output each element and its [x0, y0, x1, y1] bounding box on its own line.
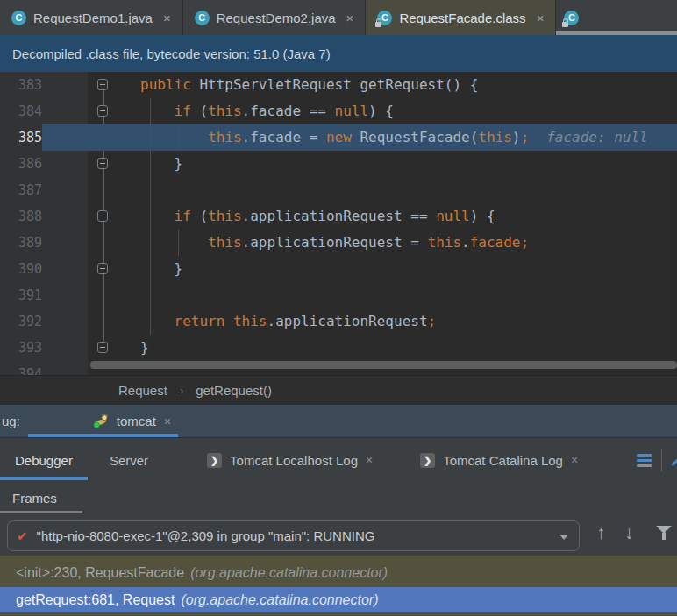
tab-frames[interactable]: Frames: [12, 491, 57, 506]
code-line-391[interactable]: 391: [0, 282, 677, 308]
thread-check-icon: ✔: [17, 528, 28, 544]
line-number[interactable]: 390: [0, 256, 42, 282]
line-number[interactable]: 387: [0, 177, 42, 203]
toolbar-divider: [661, 449, 662, 471]
tab-tomcat-catalina-log[interactable]: ❯ Tomcat Catalina Log ×: [385, 438, 587, 482]
hide-frames-filter-icon[interactable]: [656, 526, 672, 540]
code-line-387[interactable]: 387: [0, 177, 677, 203]
layout-menu-icon[interactable]: [637, 454, 652, 467]
code-text: return this.applicationRequest;: [114, 308, 677, 335]
code-text: }: [114, 151, 677, 177]
tab-tomcat-localhost-log[interactable]: ❯ Tomcat Localhost Log ×: [170, 438, 385, 482]
line-number[interactable]: 394: [0, 361, 42, 375]
tab-label: RequestDemo2.java: [217, 11, 336, 25]
frames-panel-header: Frames: [0, 482, 677, 517]
stack-frame[interactable]: <init>:230, RequestFacade(org.apache.cat…: [0, 559, 677, 587]
line-number[interactable]: 388: [0, 203, 42, 230]
tab-label: Server: [110, 453, 148, 468]
breadcrumb-class[interactable]: Request: [118, 383, 167, 398]
fold-end-icon[interactable]: [97, 342, 108, 353]
line-number[interactable]: 386: [0, 151, 42, 177]
chevron-right-icon: ›: [180, 384, 183, 397]
lock-icon: [375, 22, 381, 27]
debug-session-tab-tomcat[interactable]: tomcat ×: [92, 405, 171, 437]
line-number[interactable]: 389: [0, 230, 42, 256]
debug-session-bar: ug: tomcat ×: [0, 405, 677, 437]
tab-server[interactable]: Server: [88, 438, 170, 482]
fold-start-icon[interactable]: [97, 79, 108, 90]
fold-column: [42, 203, 114, 230]
next-frame-button[interactable]: ↓: [624, 522, 634, 543]
code-text: if (this.applicationRequest == null) {: [114, 203, 677, 230]
close-icon[interactable]: ×: [366, 453, 373, 467]
code-text: this.applicationRequest = this.facade;: [114, 230, 677, 256]
java-class-locked-icon: C: [377, 11, 392, 25]
fold-column: [42, 308, 114, 335]
tab-label: Tomcat Catalina Log: [443, 453, 563, 468]
line-number[interactable]: 383: [0, 72, 42, 98]
line-number[interactable]: 384: [0, 98, 42, 124]
lock-icon: [562, 22, 568, 27]
close-icon[interactable]: ×: [346, 11, 354, 25]
code-line-389[interactable]: 389 this.applicationRequest = this.facad…: [0, 230, 677, 256]
console-icon: ❯: [207, 453, 222, 468]
fold-end-icon[interactable]: [97, 263, 108, 274]
fold-column: [42, 256, 114, 282]
code-line-390[interactable]: 390 }: [0, 256, 677, 282]
tab-label: RequestDemo1.java: [33, 11, 153, 25]
frames-toolbar: ✔ "http-nio-8080-exec-1"@2,309 in group …: [0, 517, 677, 556]
line-number[interactable]: 393: [0, 335, 42, 361]
fold-start-icon[interactable]: [97, 210, 108, 222]
fold-column: [42, 98, 114, 124]
tab-requestdemo2[interactable]: C RequestDemo2.java ×: [183, 0, 367, 35]
close-icon[interactable]: ×: [163, 11, 171, 25]
previous-frame-button[interactable]: ↑: [596, 522, 606, 543]
tab-requestfacade-active[interactable]: C RequestFacade.class ×: [366, 0, 556, 35]
java-class-icon: C: [195, 11, 210, 25]
frames-tab-underline: [0, 511, 82, 513]
stack-frame[interactable]: getRequest:681, Request(org.apache.catal…: [0, 587, 677, 612]
code-line-392[interactable]: 392 return this.applicationRequest;: [0, 308, 677, 335]
line-number[interactable]: 392: [0, 308, 42, 335]
code-line-385[interactable]: 385 this.facade = new RequestFacade(this…: [0, 124, 677, 151]
code-text: }: [114, 335, 677, 361]
frame-package: (org.apache.catalina.connector): [190, 565, 388, 581]
line-number[interactable]: 391: [0, 282, 42, 308]
close-icon[interactable]: ×: [571, 453, 578, 467]
code-editor[interactable]: 383public HttpServletRequest getRequest(…: [0, 72, 677, 375]
code-line-384[interactable]: 384 if (this.facade == null) {: [0, 98, 677, 124]
code-lines: 383public HttpServletRequest getRequest(…: [0, 72, 677, 375]
code-line-383[interactable]: 383public HttpServletRequest getRequest(…: [0, 72, 677, 98]
close-icon[interactable]: ×: [164, 414, 171, 428]
code-line-388[interactable]: 388 if (this.applicationRequest == null)…: [0, 203, 677, 230]
tab-label: Tomcat Localhost Log: [230, 453, 358, 468]
horizontal-scrollbar[interactable]: [90, 361, 677, 369]
code-line-386[interactable]: 386 }: [0, 151, 677, 177]
tab-requestdemo1[interactable]: C RequestDemo1.java ×: [0, 0, 183, 35]
fold-start-icon[interactable]: [97, 105, 108, 117]
debug-label-truncated: ug:: [0, 414, 20, 428]
code-line-393[interactable]: 393}: [0, 335, 677, 361]
tab-debugger[interactable]: Debugger: [0, 438, 88, 482]
partial-toolbar-icon[interactable]: [671, 454, 677, 465]
code-text: this.facade = new RequestFacade(this);fa…: [114, 124, 677, 151]
debugger-inline-hint: facade: null: [546, 129, 648, 145]
fold-column: [42, 230, 114, 256]
fold-end-icon[interactable]: [97, 158, 108, 169]
code-text: if (this.facade == null) {: [114, 98, 677, 124]
indent-guide: [178, 230, 179, 256]
thread-selector-dropdown[interactable]: ✔ "http-nio-8080-exec-1"@2,309 in group …: [7, 520, 580, 551]
close-icon[interactable]: ×: [537, 11, 545, 25]
fold-column: [42, 177, 114, 203]
debug-tab-label: tomcat: [117, 414, 156, 428]
tab-partial[interactable]: C: [556, 0, 677, 35]
ide-window: C RequestDemo1.java × C RequestDemo2.jav…: [0, 0, 677, 616]
code-text: }: [114, 256, 677, 282]
indent-guide: [178, 124, 179, 151]
breadcrumb-method[interactable]: getRequest(): [196, 383, 272, 398]
fold-column: [42, 335, 114, 361]
console-icon: ❯: [420, 453, 435, 468]
code-text: [114, 282, 677, 308]
line-number[interactable]: 385: [0, 124, 42, 151]
frame-location: getRequest:681, Request: [16, 592, 175, 608]
